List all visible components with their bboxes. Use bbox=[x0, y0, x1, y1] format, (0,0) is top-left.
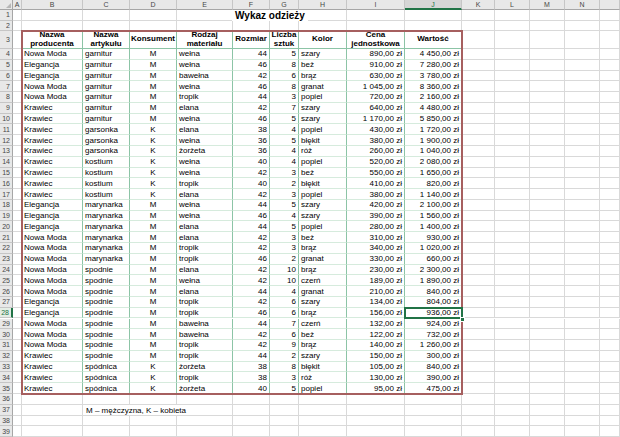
cell-H32[interactable]: szary bbox=[299, 351, 347, 362]
cell-E30[interactable]: bawełna bbox=[177, 329, 233, 340]
cell-N1[interactable] bbox=[565, 10, 600, 21]
cell-C32[interactable]: spodnie bbox=[83, 351, 130, 362]
cell-H24[interactable]: brąz bbox=[299, 265, 347, 276]
cell-L7[interactable] bbox=[495, 81, 530, 92]
column-header-N[interactable]: N bbox=[565, 0, 600, 10]
cell-C10[interactable]: garnitur bbox=[83, 114, 130, 125]
cell-J18[interactable]: 2 100,00 zł bbox=[405, 200, 462, 211]
cell-F6[interactable]: 42 bbox=[233, 71, 270, 82]
cell-M1[interactable] bbox=[530, 10, 565, 21]
cell-D2[interactable] bbox=[130, 21, 177, 32]
cell-A38[interactable] bbox=[13, 416, 22, 427]
cell-F29[interactable]: 44 bbox=[233, 319, 270, 330]
cell-G16[interactable]: 2 bbox=[270, 178, 299, 189]
cell-E6[interactable]: bawełna bbox=[177, 71, 233, 82]
row-header-7[interactable]: 7 bbox=[0, 81, 13, 92]
cell-E20[interactable]: elana bbox=[177, 221, 233, 232]
cell-K35[interactable] bbox=[462, 383, 495, 394]
cell-B31[interactable]: Nowa Moda bbox=[22, 340, 83, 351]
row-header-32[interactable]: 32 bbox=[0, 351, 13, 362]
legend-note-cell[interactable]: M – mężczyzna, K – kobieta bbox=[84, 405, 188, 416]
cell-M34[interactable] bbox=[530, 372, 565, 383]
cell-K27[interactable] bbox=[462, 297, 495, 308]
column-header-A[interactable]: A bbox=[13, 0, 22, 10]
cell-L34[interactable] bbox=[495, 372, 530, 383]
cell-x1[interactable] bbox=[600, 10, 620, 21]
cell-C6[interactable]: garnitur bbox=[83, 71, 130, 82]
cell-N18[interactable] bbox=[565, 200, 600, 211]
cell-K1[interactable] bbox=[462, 10, 495, 21]
cell-I5[interactable]: 910,00 zł bbox=[347, 60, 405, 71]
cell-K17[interactable] bbox=[462, 189, 495, 200]
cell-A3[interactable] bbox=[13, 31, 22, 49]
row-header-20[interactable]: 20 bbox=[0, 221, 13, 232]
cell-N33[interactable] bbox=[565, 362, 600, 373]
cell-H31[interactable]: brąz bbox=[299, 340, 347, 351]
cell-E25[interactable]: wełna bbox=[177, 275, 233, 286]
cell-A6[interactable] bbox=[13, 71, 22, 82]
cell-G34[interactable]: 3 bbox=[270, 372, 299, 383]
cell-C30[interactable]: spodnie bbox=[83, 329, 130, 340]
cell-L11[interactable] bbox=[495, 124, 530, 135]
cell-F23[interactable]: 46 bbox=[233, 254, 270, 265]
row-header-29[interactable]: 29 bbox=[0, 319, 13, 330]
cell-D11[interactable]: K bbox=[130, 124, 177, 135]
row-header-16[interactable]: 16 bbox=[0, 178, 13, 189]
cell-L35[interactable] bbox=[495, 383, 530, 394]
cell-D13[interactable]: K bbox=[130, 146, 177, 157]
column-header-H[interactable]: H bbox=[299, 0, 347, 10]
cell-K30[interactable] bbox=[462, 329, 495, 340]
row-header-15[interactable]: 15 bbox=[0, 168, 13, 179]
cell-N23[interactable] bbox=[565, 254, 600, 265]
cell-E4[interactable]: wełna bbox=[177, 49, 233, 60]
cell-I33[interactable]: 105,00 zł bbox=[347, 362, 405, 373]
cell-A25[interactable] bbox=[13, 275, 22, 286]
cell-E34[interactable]: tropik bbox=[177, 372, 233, 383]
cell-A27[interactable] bbox=[13, 297, 22, 308]
cell-x17[interactable] bbox=[600, 189, 620, 200]
cell-C14[interactable]: kostium bbox=[83, 157, 130, 168]
cell-M27[interactable] bbox=[530, 297, 565, 308]
cell-C5[interactable]: garnitur bbox=[83, 60, 130, 71]
cell-L36[interactable] bbox=[495, 394, 530, 405]
row-header-22[interactable]: 22 bbox=[0, 243, 13, 254]
cell-D17[interactable]: K bbox=[130, 189, 177, 200]
cell-G18[interactable]: 5 bbox=[270, 200, 299, 211]
cell-A31[interactable] bbox=[13, 340, 22, 351]
cell-M29[interactable] bbox=[530, 319, 565, 330]
cell-D14[interactable]: K bbox=[130, 157, 177, 168]
cell-E12[interactable]: wełna bbox=[177, 135, 233, 146]
cell-D21[interactable]: M bbox=[130, 232, 177, 243]
cell-A14[interactable] bbox=[13, 157, 22, 168]
cell-K18[interactable] bbox=[462, 200, 495, 211]
cell-G33[interactable]: 8 bbox=[270, 362, 299, 373]
cell-A21[interactable] bbox=[13, 232, 22, 243]
cell-B25[interactable]: Nowa Moda bbox=[22, 275, 83, 286]
cell-A23[interactable] bbox=[13, 254, 22, 265]
row-header-2[interactable]: 2 bbox=[0, 21, 13, 32]
cell-C3[interactable]: Nazwa artykułu bbox=[83, 31, 130, 49]
cell-C33[interactable]: spódnica bbox=[83, 362, 130, 373]
row-header-8[interactable]: 8 bbox=[0, 92, 13, 103]
cell-L22[interactable] bbox=[495, 243, 530, 254]
cell-J26[interactable]: 840,00 zł bbox=[405, 286, 462, 297]
cell-x27[interactable] bbox=[600, 297, 620, 308]
cell-M22[interactable] bbox=[530, 243, 565, 254]
cell-F27[interactable]: 42 bbox=[233, 297, 270, 308]
cell-x5[interactable] bbox=[600, 60, 620, 71]
cell-J5[interactable]: 7 280,00 zł bbox=[405, 60, 462, 71]
cell-x10[interactable] bbox=[600, 114, 620, 125]
cell-I26[interactable]: 210,00 zł bbox=[347, 286, 405, 297]
cell-K14[interactable] bbox=[462, 157, 495, 168]
cell-C35[interactable]: spódnica bbox=[83, 383, 130, 394]
cell-J14[interactable]: 2 080,00 zł bbox=[405, 157, 462, 168]
cell-N37[interactable] bbox=[565, 405, 600, 416]
cell-E38[interactable] bbox=[177, 416, 233, 427]
cell-F19[interactable]: 46 bbox=[233, 211, 270, 222]
cell-C29[interactable]: spodnie bbox=[83, 319, 130, 330]
cell-F11[interactable]: 38 bbox=[233, 124, 270, 135]
cell-I22[interactable]: 340,00 zł bbox=[347, 243, 405, 254]
cell-I36[interactable] bbox=[347, 394, 405, 405]
cell-H33[interactable]: błękit bbox=[299, 362, 347, 373]
column-header-D[interactable]: D bbox=[130, 0, 177, 10]
